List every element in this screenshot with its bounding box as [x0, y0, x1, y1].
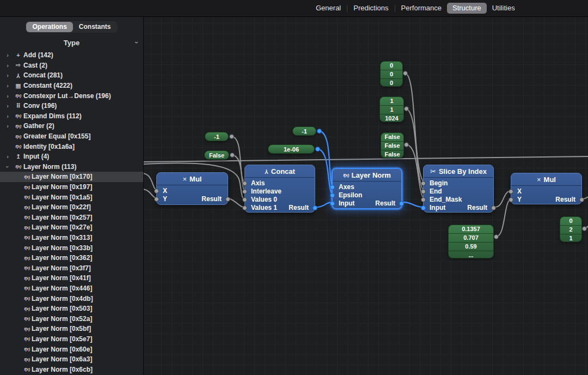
input-port-dot	[421, 205, 426, 210]
tree-item-layer-norm-0x5bf[interactable]: f(x)Layer Norm [0x5bf]	[0, 324, 143, 334]
input-port-dot	[421, 189, 426, 194]
chevron-right-icon[interactable]: ›	[5, 93, 10, 99]
constant-pill-const-epsilon[interactable]: 1e-06	[268, 144, 315, 154]
node-mul-right[interactable]: ×MulXYResult	[511, 173, 582, 204]
tab-structure[interactable]: Structure	[447, 3, 487, 14]
input-port-label: Axes	[339, 183, 354, 191]
tree-item-label: Constexpr Lut→Dense (196)	[23, 92, 111, 100]
constant-stack-const-begin[interactable]: 000	[380, 61, 403, 87]
tree-item-layer-norm-0x4db[interactable]: f(x)Layer Norm [0x4db]	[0, 293, 143, 304]
tree-item-layer-norm-0x257[interactable]: f(x)Layer Norm [0x257]	[0, 213, 143, 223]
node-mul-left[interactable]: ×MulXYResult	[156, 172, 228, 205]
constant-pill-const-neg1-b[interactable]: -1	[292, 126, 316, 136]
constant-stack-const-floats[interactable]: 0.13570.7070.59...	[448, 225, 494, 258]
chevron-right-icon[interactable]: ›	[5, 82, 10, 89]
tree-item-layer-norm-0x22f[interactable]: f(x)Layer Norm [0x22f]	[0, 202, 143, 213]
tree-item-layer-norm-0x197[interactable]: f(x)Layer Norm [0x197]	[0, 182, 143, 192]
graph-canvas[interactable]: 000111024FalseFalseFalse0.13570.7070.59.…	[144, 16, 588, 375]
tree-item-layer-norm-0x6cb[interactable]: f(x)Layer Norm [0x6cb]	[0, 364, 143, 374]
tab-utilities[interactable]: Utilities	[487, 3, 520, 14]
segment-operations[interactable]: Operations	[26, 22, 72, 32]
tree-item-concat-281[interactable]: ›YConcat (281)	[0, 70, 143, 81]
tree-item-layer-norm-0x41f[interactable]: f(x)Layer Norm [0x41f]	[0, 273, 143, 283]
tab-general[interactable]: General	[310, 3, 346, 14]
tree-item-expand-dims-112[interactable]: ›f(x)Expand Dims (112)	[0, 111, 143, 122]
node-slice-by-index[interactable]: ✂Slice By IndexBeginEndEnd_MaskInputResu…	[423, 165, 494, 213]
constant-pill-const-false[interactable]: False	[204, 150, 229, 160]
fx-icon: f(x)	[23, 245, 31, 250]
tree-item-constant-4222[interactable]: ›▦Constant (4222)	[0, 81, 143, 91]
tree-item-layer-norm-0x6a3[interactable]: f(x)Layer Norm [0x6a3]	[0, 354, 143, 365]
tree-item-label: Cast (2)	[23, 62, 47, 69]
chevron-right-icon[interactable]: ›	[5, 153, 10, 160]
fx-icon: f(x)	[23, 296, 31, 301]
tree-item-layer-norm-0x313[interactable]: f(x)Layer Norm [0x313]	[0, 233, 143, 243]
input-port-label: Input	[339, 199, 354, 208]
output-port-dot	[229, 134, 234, 139]
tree-item-layer-norm-0x362[interactable]: f(x)Layer Norm [0x362]	[0, 253, 143, 263]
fx-icon: f(x)	[23, 185, 31, 190]
concat-icon: Y	[14, 72, 22, 78]
tree-item-layer-norm-0x170[interactable]: f(x)Layer Norm [0x170]	[0, 172, 143, 182]
tree-item-layer-norm-113[interactable]: ›f(x)Layer Norm (113)	[0, 162, 143, 172]
type-header-label: Type	[64, 39, 79, 47]
output-port-label: Result	[289, 203, 309, 212]
constant-stack-const-endmask[interactable]: FalseFalseFalse	[381, 132, 404, 158]
node-concat[interactable]: YConcatAxisInterleaveValues 0Values 1Res…	[244, 165, 315, 213]
chevron-right-icon[interactable]: ›	[5, 113, 10, 119]
input-port-dot	[509, 189, 513, 194]
tree-item-layer-norm-0x1a5[interactable]: f(x)Layer Norm [0x1a5]	[0, 192, 143, 202]
input-port-label: Interleave	[251, 187, 281, 196]
top-toolbar: GeneralPredictionsPerformanceStructureUt…	[0, 0, 588, 17]
output-port-label: Result	[555, 195, 575, 204]
input-port-dot	[330, 201, 335, 206]
tree-item-identity-0x1a6a[interactable]: f(x)Identity [0x1a6a]	[0, 141, 143, 152]
tab-separator	[347, 5, 347, 12]
tree-item-label: Layer Norm [0x5bf]	[32, 325, 91, 332]
tree-item-input-4[interactable]: ›↥Input (4)	[0, 152, 143, 162]
node-layer-norm[interactable]: f(x)Layer NormAxesEpsilonInputResult	[332, 168, 402, 209]
tree-item-layer-norm-0x60e[interactable]: f(x)Layer Norm [0x60e]	[0, 344, 143, 354]
tree-item-layer-norm-0x3f7[interactable]: f(x)Layer Norm [0x3f7]	[0, 263, 143, 273]
tree-item-label: Constant (4222)	[23, 82, 72, 89]
constant-stack-const-021[interactable]: 021	[560, 216, 582, 242]
chevron-right-icon[interactable]: ›	[5, 102, 10, 109]
node-title: Layer Norm	[352, 171, 391, 179]
tree-item-layer-norm-0x27e[interactable]: f(x)Layer Norm [0x27e]	[0, 222, 143, 233]
segment-constants[interactable]: Constants	[73, 22, 117, 32]
tree-item-add-142[interactable]: ›+Add (142)	[0, 50, 143, 61]
cast-icon: ⇨	[14, 62, 22, 69]
fx-icon: f(x)	[23, 235, 31, 240]
tree-item-conv-196[interactable]: ›⠿Conv (196)	[0, 101, 143, 111]
tree-item-label: Expand Dims (112)	[23, 112, 82, 120]
output-port-dot	[230, 153, 235, 158]
constant-value: 2	[560, 225, 581, 234]
tree-item-label: Layer Norm [0x503]	[32, 305, 92, 312]
chevron-right-icon[interactable]: ›	[5, 72, 10, 78]
tree-item-layer-norm-0x33b[interactable]: f(x)Layer Norm [0x33b]	[0, 243, 143, 253]
chevron-right-icon[interactable]: ›	[5, 62, 10, 69]
fx-icon: f(x)	[23, 286, 31, 291]
tree-item-layer-norm-0x503[interactable]: f(x)Layer Norm [0x503]	[0, 304, 143, 314]
tree-item-cast-2[interactable]: ›⇨Cast (2)	[0, 61, 143, 71]
tree-item-layer-norm-0x446[interactable]: f(x)Layer Norm [0x446]	[0, 283, 143, 294]
input-port-label: End_Mask	[430, 195, 462, 204]
fx-icon: f(x)	[23, 357, 31, 362]
sidebar: OperationsConstants Type › ›+Add (142)›⇨…	[0, 16, 144, 375]
tree-item-gather-2[interactable]: ›f(x)Gather (2)	[0, 121, 143, 131]
tree-item-greater-equal-0x155[interactable]: f(x)Greater Equal [0x155]	[0, 131, 143, 142]
output-port-label: Result	[201, 195, 222, 203]
input-port-label: Axis	[251, 179, 265, 188]
chevron-right-icon[interactable]: ›	[5, 52, 10, 58]
tab-performance[interactable]: Performance	[396, 3, 447, 14]
type-group-header[interactable]: Type ›	[0, 37, 143, 48]
tree-item-layer-norm-0x52a[interactable]: f(x)Layer Norm [0x52a]	[0, 313, 143, 324]
output-port-label: Result	[467, 203, 487, 212]
tree-item-constexpr-lut-dense-196[interactable]: ›f(x)Constexpr Lut→Dense (196)	[0, 90, 143, 101]
constant-stack-const-end[interactable]: 111024	[379, 96, 404, 122]
chevron-down-icon[interactable]: ›	[4, 164, 11, 170]
chevron-right-icon[interactable]: ›	[5, 123, 10, 129]
constant-pill-const-neg1-a[interactable]: -1	[205, 132, 229, 141]
tree-item-layer-norm-0x5e7[interactable]: f(x)Layer Norm [0x5e7]	[0, 334, 143, 344]
tab-predictions[interactable]: Predictions	[348, 3, 394, 14]
